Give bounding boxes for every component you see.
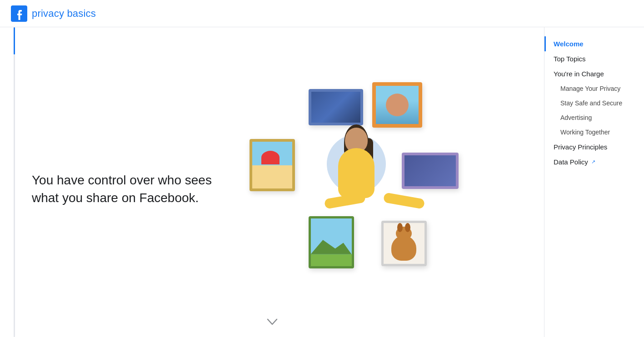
diver-figure <box>386 94 409 116</box>
frame-landscape <box>309 216 354 268</box>
frame-purple-rectangle <box>402 153 459 189</box>
sidebar-item-youre-in-charge[interactable]: You're in Charge <box>544 66 644 81</box>
external-link-icon: ↗ <box>591 159 595 165</box>
sidebar-item-stay-safe[interactable]: Stay Safe and Secure <box>544 96 644 110</box>
frame-diver-content <box>376 86 419 124</box>
frame-purple-content <box>404 155 456 186</box>
person-arm-left <box>324 192 365 209</box>
beach-sand <box>252 165 292 189</box>
frame-beach-content <box>252 142 292 188</box>
sidebar-item-working-together[interactable]: Working Together <box>544 125 644 139</box>
sidebar-working-together-label: Working Together <box>560 129 610 136</box>
frame-blue-content <box>311 92 360 123</box>
person-arm-right <box>383 192 424 209</box>
frame-blue-rectangle <box>309 89 363 125</box>
dog-content <box>384 223 424 264</box>
frame-beach <box>250 139 295 191</box>
sidebar-youre-in-charge-label: You're in Charge <box>554 70 604 78</box>
frame-dog <box>381 221 427 266</box>
header: privacy basics <box>0 0 644 27</box>
dog-body <box>391 236 416 261</box>
sidebar-item-welcome[interactable]: Welcome <box>544 36 644 51</box>
left-bar-top <box>14 27 15 55</box>
landscape-grass <box>311 254 352 266</box>
dog-head <box>396 227 412 240</box>
character-figure <box>320 121 393 212</box>
sidebar-item-advertising[interactable]: Advertising <box>544 110 644 125</box>
sidebar-welcome-label: Welcome <box>554 40 584 48</box>
main-heading: You have control over who sees what you … <box>32 171 223 207</box>
sidebar-item-privacy-principles[interactable]: Privacy Principles <box>544 139 644 154</box>
dog-ear-left <box>397 223 403 232</box>
sidebar: Welcome Top Topics You're in Charge Mana… <box>544 27 644 337</box>
person-body <box>338 148 374 198</box>
sidebar-item-top-topics[interactable]: Top Topics <box>544 51 644 66</box>
facebook-logo-icon <box>11 5 27 22</box>
sidebar-top-topics-label: Top Topics <box>554 55 586 63</box>
sidebar-advertising-label: Advertising <box>560 114 592 121</box>
sidebar-manage-privacy-label: Manage Your Privacy <box>560 85 620 92</box>
sidebar-data-policy-label: Data Policy <box>554 158 588 166</box>
sidebar-privacy-principles-label: Privacy Principles <box>554 143 607 151</box>
illustration <box>238 80 465 284</box>
site-title: privacy basics <box>32 8 96 20</box>
main-content: You have control over who sees what you … <box>0 27 544 337</box>
sidebar-stay-safe-label: Stay Safe and Secure <box>560 99 622 107</box>
left-accent-bar <box>14 27 15 337</box>
sidebar-item-manage-privacy[interactable]: Manage Your Privacy <box>544 81 644 96</box>
chevron-down-icon[interactable] <box>267 317 278 328</box>
main-text-block: You have control over who sees what you … <box>32 171 223 207</box>
landscape-mountain <box>311 240 352 254</box>
dog-ear-right <box>405 223 410 232</box>
beach-umbrella <box>261 151 280 164</box>
main-layout: You have control over who sees what you … <box>0 27 644 337</box>
sidebar-item-data-policy[interactable]: Data Policy ↗ <box>544 154 644 169</box>
landscape-sky <box>311 218 352 240</box>
left-bar-bottom <box>14 55 15 337</box>
